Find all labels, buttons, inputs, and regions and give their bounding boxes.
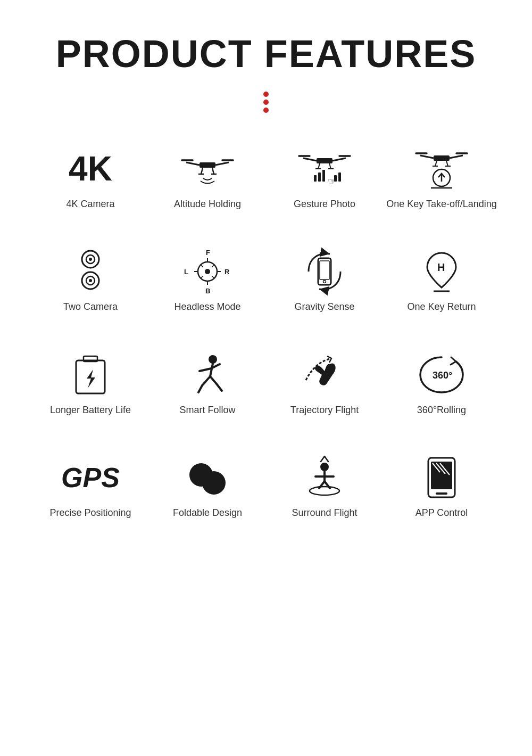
trajectory-flight-label: Trajectory Flight: [290, 404, 359, 416]
gravity-sense-label: Gravity Sense: [294, 301, 354, 313]
dot-2: [263, 100, 269, 105]
svg-line-6: [212, 168, 214, 174]
feature-smart-follow: Smart Follow: [149, 346, 266, 422]
svg-rect-20: [322, 170, 325, 182]
dot-3: [263, 108, 269, 113]
svg-line-55: [212, 276, 214, 278]
feature-onekey-takeoff: One Key Take-off/Landing: [383, 139, 500, 216]
4k-icon: 4K: [64, 145, 117, 193]
svg-rect-18: [314, 175, 317, 182]
feature-gravity-sense: Gravity Sense: [266, 242, 383, 318]
svg-line-11: [332, 158, 346, 161]
two-camera-icon: [64, 248, 117, 295]
page-container: PRODUCT FEATURES 4K 4K Camera: [0, 0, 532, 557]
feature-app-control: APP Control: [383, 448, 500, 524]
onekey-takeoff-icon: [415, 145, 468, 193]
svg-line-69: [210, 376, 217, 384]
svg-line-65: [200, 368, 211, 371]
svg-line-53: [212, 265, 214, 267]
svg-point-73: [202, 471, 226, 495]
svg-rect-24: [434, 155, 450, 161]
feature-surround-flight: Surround Flight: [266, 448, 383, 524]
feature-headless-mode: F B L R: [149, 242, 266, 318]
svg-rect-9: [317, 158, 332, 163]
svg-line-64: [210, 364, 213, 376]
feature-360-rolling: 360° 360°Rolling: [383, 346, 500, 422]
feature-two-camera: Two Camera: [32, 242, 149, 318]
precise-positioning-label: Precise Positioning: [49, 507, 131, 519]
page-title: PRODUCT FEATURES: [56, 32, 477, 76]
svg-point-75: [320, 463, 329, 471]
svg-line-10: [303, 158, 317, 161]
feature-trajectory-flight: Trajectory Flight: [266, 346, 383, 422]
dot-1: [263, 92, 269, 97]
svg-line-68: [198, 385, 202, 392]
svg-rect-23: [338, 172, 341, 182]
surround-flight-icon: [298, 454, 351, 502]
gesture-photo-label: Gesture Photo: [294, 198, 355, 210]
svg-line-54: [201, 276, 203, 278]
feature-4k-camera: 4K 4K Camera: [32, 139, 149, 216]
one-key-return-label: One Key Return: [407, 301, 476, 313]
svg-line-14: [318, 163, 320, 169]
svg-line-70: [217, 384, 222, 391]
svg-line-15: [329, 163, 331, 169]
svg-line-30: [446, 161, 448, 166]
feature-gesture-photo: ☞ Gesture Photo: [266, 139, 383, 216]
svg-line-2: [215, 162, 229, 165]
svg-line-5: [201, 168, 203, 174]
svg-point-51: [205, 269, 210, 274]
headless-mode-label: Headless Mode: [174, 301, 240, 313]
trajectory-flight-icon: [298, 351, 351, 399]
svg-point-41: [89, 279, 92, 282]
feature-one-key-return: H One Key Return: [383, 242, 500, 318]
foldable-design-label: Foldable Design: [173, 507, 242, 519]
svg-line-25: [420, 155, 434, 158]
dots-divider: [263, 92, 269, 113]
feature-longer-battery: Longer Battery Life: [32, 346, 149, 422]
svg-text:L: L: [184, 268, 188, 276]
feature-altitude-holding: Altitude Holding: [149, 139, 266, 216]
360-rolling-icon: 360°: [415, 351, 468, 399]
longer-battery-icon: [64, 351, 117, 399]
longer-battery-label: Longer Battery Life: [50, 404, 131, 416]
svg-rect-19: [318, 172, 321, 182]
headless-mode-icon: F B L R: [181, 248, 234, 295]
two-camera-label: Two Camera: [63, 301, 118, 313]
svg-line-26: [450, 155, 463, 158]
gps-icon: GPS: [64, 454, 117, 502]
onekey-takeoff-label: One Key Take-off/Landing: [386, 198, 496, 210]
4k-camera-label: 4K Camera: [66, 198, 114, 210]
app-control-label: APP Control: [415, 507, 468, 519]
svg-rect-0: [200, 162, 215, 168]
svg-text:H: H: [437, 261, 445, 273]
smart-follow-icon: [181, 351, 234, 399]
smart-follow-label: Smart Follow: [179, 404, 235, 416]
svg-rect-83: [436, 492, 447, 495]
svg-point-80: [310, 487, 339, 495]
gesture-photo-icon: ☞: [298, 145, 351, 193]
svg-text:R: R: [225, 268, 230, 276]
svg-text:360°: 360°: [433, 370, 452, 381]
foldable-design-icon: [181, 454, 234, 502]
svg-point-58: [323, 281, 326, 283]
feature-foldable-design: Foldable Design: [149, 448, 266, 524]
svg-rect-57: [320, 261, 329, 280]
360-rolling-label: 360°Rolling: [417, 404, 466, 416]
svg-line-52: [201, 265, 203, 267]
altitude-holding-icon: [181, 145, 234, 193]
features-grid: 4K 4K Camera: [32, 139, 500, 525]
svg-text:F: F: [206, 249, 210, 257]
svg-point-38: [89, 258, 92, 261]
altitude-holding-label: Altitude Holding: [174, 198, 241, 210]
svg-text:B: B: [205, 287, 210, 295]
svg-rect-22: [334, 175, 337, 182]
gravity-sense-icon: [298, 248, 351, 295]
one-key-return-icon: H: [415, 248, 468, 295]
surround-flight-label: Surround Flight: [292, 507, 357, 519]
svg-point-63: [209, 355, 217, 364]
app-control-icon: [415, 454, 468, 502]
svg-line-1: [186, 162, 200, 165]
svg-line-67: [202, 376, 210, 385]
svg-line-29: [435, 161, 437, 166]
